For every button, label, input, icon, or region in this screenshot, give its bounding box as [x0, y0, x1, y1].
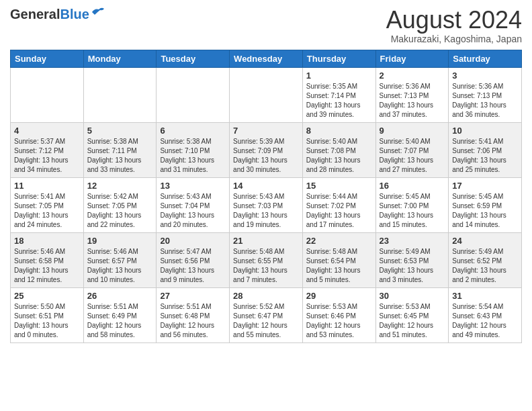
calendar-day-6: 6Sunrise: 5:38 AMSunset: 7:10 PMDaylight…: [157, 122, 230, 177]
calendar-day-31: 31Sunrise: 5:54 AMSunset: 6:43 PMDayligh…: [449, 287, 522, 342]
day-number: 23: [380, 236, 445, 246]
weekday-header-saturday: Saturday: [449, 50, 522, 67]
calendar-day-23: 23Sunrise: 5:49 AMSunset: 6:53 PMDayligh…: [375, 232, 449, 287]
day-number: 3: [452, 71, 518, 81]
logo: General Blue: [10, 7, 105, 22]
day-number: 14: [233, 181, 299, 191]
day-info: Sunrise: 5:40 AMSunset: 7:07 PMDaylight:…: [380, 137, 445, 175]
day-info: Sunrise: 5:51 AMSunset: 6:48 PMDaylight:…: [160, 302, 226, 340]
day-info: Sunrise: 5:53 AMSunset: 6:45 PMDaylight:…: [380, 302, 445, 340]
calendar-week-row: 11Sunrise: 5:41 AMSunset: 7:05 PMDayligh…: [11, 177, 522, 232]
day-number: 5: [87, 126, 153, 136]
calendar-table: SundayMondayTuesdayWednesdayThursdayFrid…: [10, 50, 522, 343]
weekday-header-monday: Monday: [83, 50, 157, 67]
day-number: 22: [306, 236, 372, 246]
calendar-day-8: 8Sunrise: 5:40 AMSunset: 7:08 PMDaylight…: [302, 122, 375, 177]
day-number: 9: [380, 126, 445, 136]
day-info: Sunrise: 5:39 AMSunset: 7:09 PMDaylight:…: [233, 137, 299, 175]
day-number: 25: [14, 291, 80, 301]
calendar-day-2: 2Sunrise: 5:36 AMSunset: 7:13 PMDaylight…: [375, 67, 449, 122]
calendar-day-11: 11Sunrise: 5:41 AMSunset: 7:05 PMDayligh…: [11, 177, 84, 232]
day-info: Sunrise: 5:47 AMSunset: 6:56 PMDaylight:…: [160, 247, 226, 285]
calendar-day-17: 17Sunrise: 5:45 AMSunset: 6:59 PMDayligh…: [449, 177, 522, 232]
day-number: 27: [160, 291, 226, 301]
calendar-week-row: 1Sunrise: 5:35 AMSunset: 7:14 PMDaylight…: [11, 67, 522, 122]
calendar-day-29: 29Sunrise: 5:53 AMSunset: 6:46 PMDayligh…: [302, 287, 375, 342]
day-info: Sunrise: 5:45 AMSunset: 6:59 PMDaylight:…: [452, 192, 518, 230]
day-info: Sunrise: 5:36 AMSunset: 7:13 PMDaylight:…: [380, 82, 445, 120]
day-number: 26: [87, 291, 153, 301]
day-number: 19: [87, 236, 153, 246]
calendar-week-row: 18Sunrise: 5:46 AMSunset: 6:58 PMDayligh…: [11, 232, 522, 287]
day-number: 17: [452, 181, 518, 191]
weekday-header-friday: Friday: [375, 50, 449, 67]
calendar-day-3: 3Sunrise: 5:36 AMSunset: 7:13 PMDaylight…: [449, 67, 522, 122]
day-number: 15: [306, 181, 372, 191]
day-info: Sunrise: 5:54 AMSunset: 6:43 PMDaylight:…: [452, 302, 518, 340]
day-number: 28: [233, 291, 299, 301]
header: General Blue August 2024 Makurazaki, Kag…: [10, 7, 522, 44]
day-info: Sunrise: 5:41 AMSunset: 7:06 PMDaylight:…: [452, 137, 518, 175]
day-info: Sunrise: 5:43 AMSunset: 7:03 PMDaylight:…: [233, 192, 299, 230]
weekday-header-sunday: Sunday: [11, 50, 84, 67]
day-info: Sunrise: 5:48 AMSunset: 6:54 PMDaylight:…: [306, 247, 372, 285]
calendar-day-12: 12Sunrise: 5:42 AMSunset: 7:05 PMDayligh…: [83, 177, 157, 232]
calendar-day-16: 16Sunrise: 5:45 AMSunset: 7:00 PMDayligh…: [375, 177, 449, 232]
day-number: 29: [306, 291, 372, 301]
day-number: 11: [14, 181, 80, 191]
day-number: 13: [160, 181, 226, 191]
weekday-header-row: SundayMondayTuesdayWednesdayThursdayFrid…: [11, 50, 522, 67]
day-number: 2: [380, 71, 445, 81]
location: Makurazaki, Kagoshima, Japan: [386, 34, 522, 44]
day-info: Sunrise: 5:40 AMSunset: 7:08 PMDaylight:…: [306, 137, 372, 175]
weekday-header-tuesday: Tuesday: [157, 50, 230, 67]
title-area: August 2024 Makurazaki, Kagoshima, Japan: [386, 7, 522, 44]
day-info: Sunrise: 5:53 AMSunset: 6:46 PMDaylight:…: [306, 302, 372, 340]
day-info: Sunrise: 5:35 AMSunset: 7:14 PMDaylight:…: [306, 82, 372, 120]
day-number: 18: [14, 236, 80, 246]
calendar-day-13: 13Sunrise: 5:43 AMSunset: 7:04 PMDayligh…: [157, 177, 230, 232]
calendar-day-21: 21Sunrise: 5:48 AMSunset: 6:55 PMDayligh…: [230, 232, 303, 287]
day-number: 24: [452, 236, 518, 246]
day-number: 1: [306, 71, 372, 81]
calendar-day-28: 28Sunrise: 5:52 AMSunset: 6:47 PMDayligh…: [230, 287, 303, 342]
calendar-day-22: 22Sunrise: 5:48 AMSunset: 6:54 PMDayligh…: [302, 232, 375, 287]
calendar-week-row: 4Sunrise: 5:37 AMSunset: 7:12 PMDaylight…: [11, 122, 522, 177]
day-info: Sunrise: 5:52 AMSunset: 6:47 PMDaylight:…: [233, 302, 299, 340]
calendar-empty-cell: [157, 67, 230, 122]
calendar-day-18: 18Sunrise: 5:46 AMSunset: 6:58 PMDayligh…: [11, 232, 84, 287]
calendar-day-14: 14Sunrise: 5:43 AMSunset: 7:03 PMDayligh…: [230, 177, 303, 232]
day-info: Sunrise: 5:46 AMSunset: 6:57 PMDaylight:…: [87, 247, 153, 285]
calendar-day-30: 30Sunrise: 5:53 AMSunset: 6:45 PMDayligh…: [375, 287, 449, 342]
day-info: Sunrise: 5:49 AMSunset: 6:53 PMDaylight:…: [380, 247, 445, 285]
day-info: Sunrise: 5:44 AMSunset: 7:02 PMDaylight:…: [306, 192, 372, 230]
calendar-empty-cell: [83, 67, 157, 122]
day-info: Sunrise: 5:49 AMSunset: 6:52 PMDaylight:…: [452, 247, 518, 285]
day-number: 20: [160, 236, 226, 246]
calendar-day-1: 1Sunrise: 5:35 AMSunset: 7:14 PMDaylight…: [302, 67, 375, 122]
month-title: August 2024: [386, 7, 522, 34]
day-number: 31: [452, 291, 518, 301]
day-number: 10: [452, 126, 518, 136]
logo-blue: Blue: [60, 7, 89, 22]
weekday-header-thursday: Thursday: [302, 50, 375, 67]
calendar-day-4: 4Sunrise: 5:37 AMSunset: 7:12 PMDaylight…: [11, 122, 84, 177]
calendar-empty-cell: [230, 67, 303, 122]
day-info: Sunrise: 5:48 AMSunset: 6:55 PMDaylight:…: [233, 247, 299, 285]
calendar-week-row: 25Sunrise: 5:50 AMSunset: 6:51 PMDayligh…: [11, 287, 522, 342]
day-number: 12: [87, 181, 153, 191]
calendar-empty-cell: [11, 67, 84, 122]
day-info: Sunrise: 5:50 AMSunset: 6:51 PMDaylight:…: [14, 302, 80, 340]
calendar-day-19: 19Sunrise: 5:46 AMSunset: 6:57 PMDayligh…: [83, 232, 157, 287]
day-info: Sunrise: 5:37 AMSunset: 7:12 PMDaylight:…: [14, 137, 80, 175]
day-info: Sunrise: 5:42 AMSunset: 7:05 PMDaylight:…: [87, 192, 153, 230]
calendar-day-24: 24Sunrise: 5:49 AMSunset: 6:52 PMDayligh…: [449, 232, 522, 287]
day-info: Sunrise: 5:51 AMSunset: 6:49 PMDaylight:…: [87, 302, 153, 340]
page: General Blue August 2024 Makurazaki, Kag…: [0, 0, 532, 353]
weekday-header-wednesday: Wednesday: [230, 50, 303, 67]
calendar-day-20: 20Sunrise: 5:47 AMSunset: 6:56 PMDayligh…: [157, 232, 230, 287]
calendar-day-25: 25Sunrise: 5:50 AMSunset: 6:51 PMDayligh…: [11, 287, 84, 342]
day-number: 6: [160, 126, 226, 136]
day-info: Sunrise: 5:46 AMSunset: 6:58 PMDaylight:…: [14, 247, 80, 285]
calendar-day-27: 27Sunrise: 5:51 AMSunset: 6:48 PMDayligh…: [157, 287, 230, 342]
